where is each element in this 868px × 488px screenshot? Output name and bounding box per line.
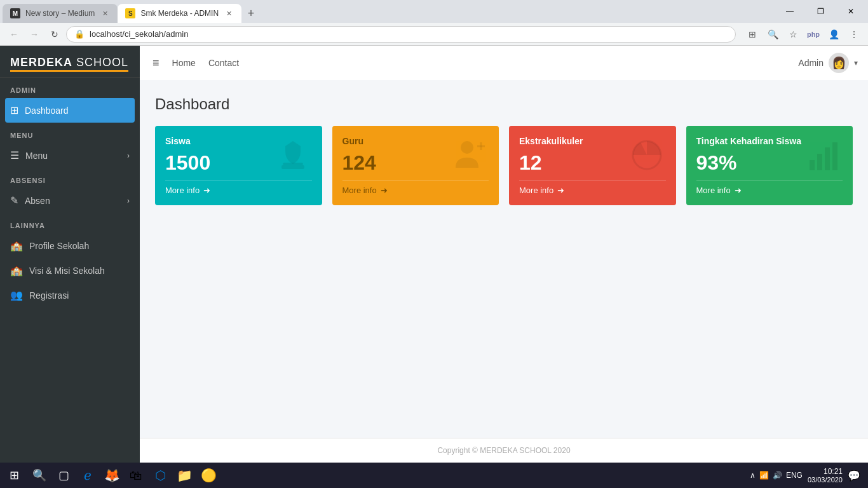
arrow-right-guru-icon: ➜ xyxy=(381,186,388,195)
page-title: Dashboard xyxy=(155,95,853,113)
maximize-button[interactable]: ❐ xyxy=(806,0,835,23)
browser-controls: ← → ↻ 🔒 localhost/ci_sekolah/admin ⊞ 🔍 ☆… xyxy=(0,23,868,46)
address-bar[interactable]: 🔒 localhost/ci_sekolah/admin xyxy=(66,26,736,43)
sidebar-item-label-menu: Menu xyxy=(25,151,48,161)
search-icon[interactable]: 🔍 xyxy=(764,25,782,43)
profile-sekolah-icon: 🏫 xyxy=(10,240,23,252)
content-area: Dashboard Siswa 1500 xyxy=(140,80,868,438)
svg-rect-1 xyxy=(281,165,304,169)
card-kehadiran-more-info[interactable]: More info ➜ xyxy=(696,180,843,195)
section-label-menu: MENU xyxy=(0,123,140,143)
sidebar-item-visi[interactable]: 🏫 Visi & Misi Sekolah xyxy=(0,258,140,283)
php-badge: php xyxy=(804,25,822,43)
svg-rect-9 xyxy=(832,142,837,170)
sidebar-item-label-absen: Absen xyxy=(25,196,50,206)
window-controls: — ❐ ✕ xyxy=(775,0,865,23)
sidebar-item-menu[interactable]: ☰ Menu › xyxy=(0,143,140,168)
sidebar: MERDEKA SCHOOL ADMIN ⊞ Dashboard MENU ☰ … xyxy=(0,46,140,463)
section-label-admin: ADMIN xyxy=(0,78,140,98)
footer-text: Copyright © MERDEKA SCHOOL 2020 xyxy=(437,446,570,455)
right-panel: ≡ Home Contact Admin 👩 ▾ Dashboard xyxy=(140,46,868,463)
card-ekstra-icon xyxy=(628,136,666,181)
main-content: Dashboard Siswa 1500 xyxy=(140,80,868,463)
svg-rect-0 xyxy=(283,163,303,165)
topnav-links: Home Contact xyxy=(172,58,240,68)
svg-rect-6 xyxy=(810,160,815,170)
section-label-lainnya: Lainnya xyxy=(0,213,140,233)
admin-dropdown-chevron[interactable]: ▾ xyxy=(854,58,858,67)
card-kehadiran-icon xyxy=(804,136,843,181)
arrow-right-kehadiran-icon: ➜ xyxy=(735,186,742,195)
tab-label-admin: Smk Merdeka - ADMIN xyxy=(140,9,219,18)
arrow-right-icon: ➜ xyxy=(203,186,210,195)
dashboard-cards: Siswa 1500 More info ➜ xyxy=(155,126,853,205)
visi-icon: 🏫 xyxy=(10,264,23,276)
svg-rect-7 xyxy=(817,154,822,170)
tab-admin[interactable]: S Smk Merdeka - ADMIN ✕ xyxy=(118,4,241,23)
user-avatar-icon: 👩 xyxy=(832,56,846,70)
card-ekstra-more-info[interactable]: More info ➜ xyxy=(519,180,666,195)
tab-favicon-medium: M xyxy=(10,8,20,18)
card-kehadiran: Tingkat Kehadiran Siswa 93% More info xyxy=(686,126,853,205)
card-ekstra: Ekstrakulikuler 12 More info ➜ xyxy=(509,126,676,205)
browser-tab-bar: M New story – Medium ✕ S Smk Merdeka - A… xyxy=(0,0,868,23)
registrasi-icon: 👥 xyxy=(10,289,23,301)
svg-point-2 xyxy=(461,141,473,154)
nav-link-home[interactable]: Home xyxy=(172,58,196,68)
tab-close-medium[interactable]: ✕ xyxy=(100,8,110,18)
browser-chrome: M New story – Medium ✕ S Smk Merdeka - A… xyxy=(0,0,868,46)
tab-label-medium: New story – Medium xyxy=(25,9,95,18)
forward-button[interactable]: → xyxy=(25,25,43,43)
new-tab-button[interactable]: + xyxy=(241,4,261,23)
logo-text: MERDEKA SCHOOL xyxy=(10,56,130,69)
sidebar-item-absen[interactable]: ✎ Absen › xyxy=(0,188,140,213)
absen-icon: ✎ xyxy=(10,194,18,207)
arrow-right-ekstra-icon: ➜ xyxy=(557,186,564,195)
reload-button[interactable]: ↻ xyxy=(46,25,64,43)
sidebar-item-label-registrasi: Registrasi xyxy=(29,290,69,301)
chevron-right-absen-icon: › xyxy=(127,196,130,205)
profile-icon[interactable]: 👤 xyxy=(825,25,843,43)
address-text: localhost/ci_sekolah/admin xyxy=(90,29,188,39)
logo-merdeka: MERDEKA xyxy=(10,56,72,72)
sidebar-item-dashboard[interactable]: ⊞ Dashboard xyxy=(5,98,135,123)
tab-close-admin[interactable]: ✕ xyxy=(224,8,234,18)
section-label-absensi: ABSENSI xyxy=(0,168,140,188)
content-footer: Copyright © MERDEKA SCHOOL 2020 xyxy=(140,438,868,463)
app-wrapper: MERDEKA SCHOOL ADMIN ⊞ Dashboard MENU ☰ … xyxy=(0,46,868,463)
back-button[interactable]: ← xyxy=(5,25,23,43)
sidebar-toggle-button[interactable]: ≡ xyxy=(150,54,162,72)
tab-favicon-admin: S xyxy=(125,8,135,18)
sidebar-item-label-visi: Visi & Misi Sekolah xyxy=(29,266,105,276)
sidebar-item-registrasi[interactable]: 👥 Registrasi xyxy=(0,283,140,308)
bookmark-icon[interactable]: ☆ xyxy=(784,25,802,43)
browser-actions: ⊞ 🔍 ☆ php 👤 ⋮ xyxy=(743,25,863,43)
nav-link-contact[interactable]: Contact xyxy=(208,58,239,68)
menu-list-icon: ☰ xyxy=(10,149,19,161)
chevron-right-icon: › xyxy=(127,151,130,160)
card-siswa: Siswa 1500 More info ➜ xyxy=(155,126,322,205)
tab-medium[interactable]: M New story – Medium ✕ xyxy=(3,4,118,23)
card-siswa-more-info[interactable]: More info ➜ xyxy=(165,180,312,195)
logo-school: SCHOOL xyxy=(72,56,128,72)
sidebar-logo: MERDEKA SCHOOL xyxy=(0,46,140,78)
card-guru-more-info[interactable]: More info ➜ xyxy=(342,180,489,195)
admin-label: Admin xyxy=(798,58,824,68)
topnav-right: Admin 👩 ▾ xyxy=(798,53,858,73)
dashboard-icon: ⊞ xyxy=(10,104,18,116)
menu-icon[interactable]: ⋮ xyxy=(845,25,863,43)
svg-rect-8 xyxy=(825,147,830,170)
avatar: 👩 xyxy=(829,53,849,73)
topnav: ≡ Home Contact Admin 👩 ▾ xyxy=(140,46,868,80)
card-siswa-icon xyxy=(274,136,312,181)
translate-icon[interactable]: ⊞ xyxy=(743,25,761,43)
card-guru: Guru 124 More info ➜ xyxy=(332,126,499,205)
minimize-button[interactable]: — xyxy=(775,0,804,23)
sidebar-item-label-dashboard: Dashboard xyxy=(25,105,69,116)
sidebar-item-label-profile: Profile Sekolah xyxy=(29,241,89,251)
card-guru-icon xyxy=(451,136,489,181)
sidebar-item-profile[interactable]: 🏫 Profile Sekolah xyxy=(0,233,140,258)
close-button[interactable]: ✕ xyxy=(836,0,865,23)
